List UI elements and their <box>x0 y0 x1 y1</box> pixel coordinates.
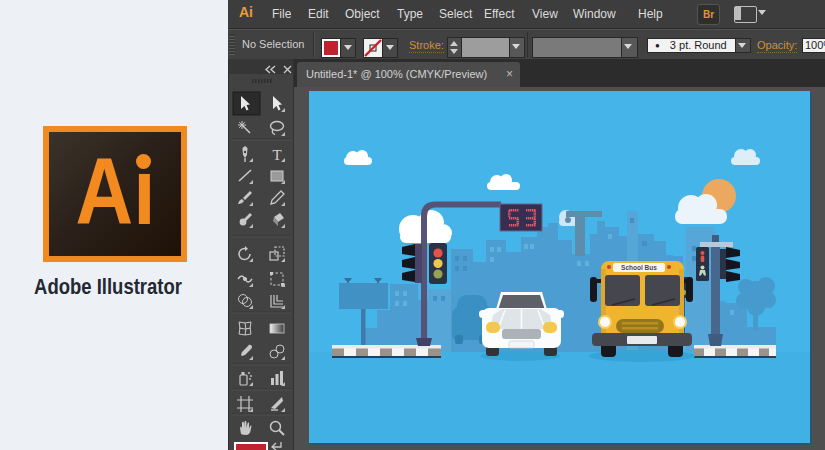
svg-text:T: T <box>272 147 281 163</box>
svg-text:School Bus: School Bus <box>621 264 657 271</box>
